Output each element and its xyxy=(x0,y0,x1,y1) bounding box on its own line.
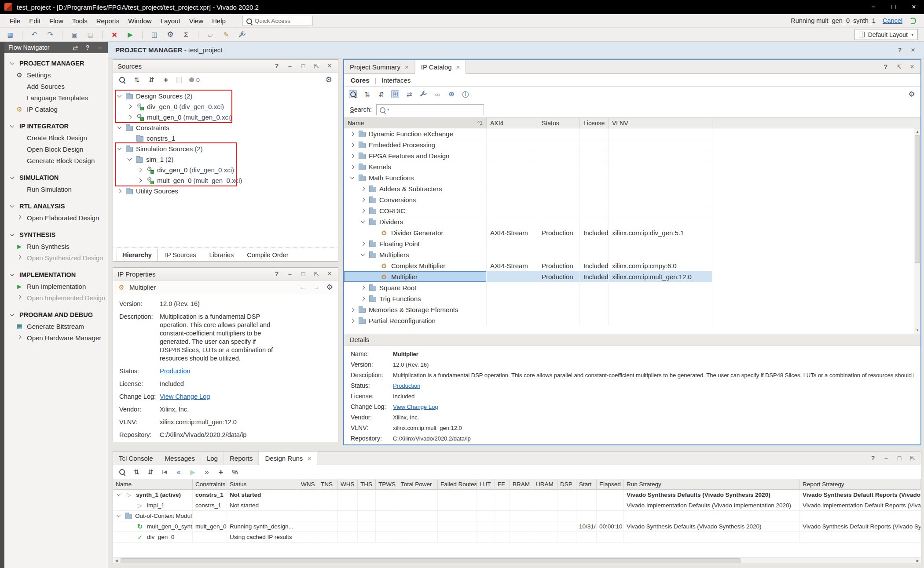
source-sim-1[interactable]: sim_1 (2) xyxy=(113,154,338,164)
collapse-all-icon[interactable]: ⇅ xyxy=(133,76,141,84)
bottom-tab-reports[interactable]: Reports xyxy=(224,451,259,465)
column-header-failed-routes[interactable]: Failed Routes xyxy=(438,479,477,489)
collapse-icon[interactable] xyxy=(10,232,15,236)
bottom-tab-design-runs[interactable]: Design Runs× xyxy=(259,451,317,465)
nav-item-generate-block-design[interactable]: Generate Block Design xyxy=(4,155,108,166)
link-icon[interactable]: ∞ xyxy=(433,90,441,98)
expand-all-icon[interactable]: ⇵ xyxy=(147,76,155,84)
step-back-icon[interactable]: « xyxy=(175,468,183,476)
collapse-icon[interactable] xyxy=(10,123,15,127)
maximize-icon[interactable]: □ xyxy=(299,62,307,70)
add-icon[interactable]: + xyxy=(217,468,225,476)
nav-item-language-templates[interactable]: Language Templates xyxy=(4,92,108,103)
info-icon[interactable]: ⓘ xyxy=(462,90,469,98)
help-icon[interactable]: ? xyxy=(273,270,281,278)
save-icon[interactable]: ▦ xyxy=(6,31,14,39)
column-header-tns[interactable]: TNS xyxy=(318,479,338,489)
expand-icon[interactable] xyxy=(117,189,122,193)
collapse-all-icon[interactable]: ⇅ xyxy=(363,90,371,98)
expand-icon[interactable] xyxy=(138,167,142,172)
column-header-whs[interactable]: WHS xyxy=(338,479,358,489)
catalog-row-fpga-features-and-design[interactable]: FPGA Features and Design xyxy=(344,150,712,161)
catalog-row-math-functions[interactable]: Math Functions xyxy=(344,172,712,183)
nav-item-open-elaborated-design[interactable]: Open Elaborated Design xyxy=(4,212,108,223)
expand-icon[interactable] xyxy=(128,104,132,109)
column-header-bram[interactable]: BRAM xyxy=(510,479,533,489)
catalog-row-conversions[interactable]: Conversions xyxy=(344,194,712,205)
horizontal-scrollbar[interactable] xyxy=(113,557,921,564)
catalog-row-memories-storage-elements[interactable]: Memories & Storage Elements xyxy=(344,304,712,315)
field-value[interactable]: View Change Log xyxy=(160,393,210,401)
menu-help[interactable]: Help xyxy=(208,15,230,27)
tab-project-summary[interactable]: Project Summary× xyxy=(344,60,415,73)
column-header-ff[interactable]: FF xyxy=(495,479,510,489)
customize-icon[interactable] xyxy=(419,90,427,98)
nav-item-run-simulation[interactable]: Run Simulation xyxy=(4,183,108,195)
swap-icon[interactable]: ⇄ xyxy=(405,90,413,98)
expand-icon[interactable] xyxy=(17,295,22,299)
collapse-icon[interactable] xyxy=(117,513,121,517)
quick-access-box[interactable] xyxy=(242,16,313,26)
search-icon[interactable] xyxy=(118,76,126,84)
nav-item-open-block-design[interactable]: Open Block Design xyxy=(4,143,108,155)
percent-icon[interactable]: % xyxy=(231,468,239,476)
menu-view[interactable]: View xyxy=(185,15,208,27)
catalog-row-partial-reconfiguration[interactable]: Partial Reconfiguration xyxy=(344,315,712,326)
nav-section-header-simulation[interactable]: SIMULATION xyxy=(4,172,108,183)
redo-icon[interactable]: ↷ xyxy=(46,31,54,39)
column-header-name[interactable]: Name xyxy=(113,479,193,489)
catalog-row-dividers[interactable]: Dividers xyxy=(344,216,712,227)
scrollbar-track[interactable] xyxy=(120,558,914,564)
nav-item-open-hardware-manager[interactable]: Open Hardware Manager xyxy=(4,332,108,343)
source-mult-gen-0[interactable]: mult_gen_0 (mult_gen_0.xci) xyxy=(113,175,338,186)
quick-access-input[interactable] xyxy=(255,18,310,24)
collapse-icon[interactable] xyxy=(10,312,15,316)
column-header-wns[interactable]: WNS xyxy=(298,479,318,489)
menu-flow[interactable]: Flow xyxy=(45,15,68,27)
column-header-run-strategy[interactable]: Run Strategy xyxy=(624,479,800,489)
minimize-icon[interactable]: − xyxy=(286,62,294,70)
expand-icon[interactable] xyxy=(361,197,365,202)
help-icon[interactable]: ? xyxy=(84,44,92,51)
search-icon[interactable] xyxy=(118,468,126,476)
float-icon[interactable]: ⇱ xyxy=(312,62,320,70)
bottom-tab-tcl-console[interactable]: Tcl Console xyxy=(113,451,159,465)
help-icon[interactable]: ? xyxy=(273,62,281,70)
expand-icon[interactable] xyxy=(361,241,365,246)
sources-tab-libraries[interactable]: Libraries xyxy=(204,249,240,261)
menu-tools[interactable]: Tools xyxy=(68,15,92,27)
expand-icon[interactable] xyxy=(350,164,355,169)
collapse-icon[interactable] xyxy=(350,175,355,179)
collapse-icon[interactable] xyxy=(10,203,15,208)
field-value[interactable]: Production xyxy=(393,382,420,390)
nav-item-ip-catalog[interactable]: ⚙IP Catalog xyxy=(4,103,108,115)
add-icon[interactable]: + xyxy=(162,76,170,84)
catalog-row-multiplier[interactable]: ⚙MultiplierProductionIncludedxilinx.com:… xyxy=(344,271,712,282)
nav-item-generate-bitstream[interactable]: ▦Generate Bitstream xyxy=(4,320,108,332)
catalog-row-floating-point[interactable]: Floating Point xyxy=(344,238,712,249)
catalog-row-trig-functions[interactable]: Trig Functions xyxy=(344,293,712,304)
run-row-impl-1[interactable]: ▷impl_1constrs_1Not startedVivado Implem… xyxy=(113,500,921,511)
nav-item-run-implementation[interactable]: ▶Run Implementation xyxy=(4,280,108,292)
help-icon[interactable]: ? xyxy=(882,63,890,71)
expand-icon[interactable] xyxy=(350,142,355,147)
ip-search-box[interactable]: ▾ xyxy=(376,104,484,115)
edit-icon[interactable]: ✎ xyxy=(222,31,230,39)
menu-layout[interactable]: Layout xyxy=(156,15,185,27)
scroll-right-icon[interactable] xyxy=(914,557,921,564)
expand-all-icon[interactable]: ⇵ xyxy=(147,468,154,476)
catalog-row-embedded-processing[interactable]: Embedded Processing xyxy=(344,139,712,150)
catalog-row-square-root[interactable]: Square Root xyxy=(344,282,712,293)
expand-icon[interactable] xyxy=(17,335,22,339)
sum-icon[interactable]: Σ xyxy=(182,31,190,39)
column-header-license[interactable]: License xyxy=(580,118,609,128)
scroll-up-icon[interactable] xyxy=(914,128,920,135)
collapse-icon[interactable] xyxy=(10,60,15,65)
maximize-icon[interactable]: □ xyxy=(299,270,307,278)
back-nav-icon[interactable]: ← xyxy=(299,283,307,291)
menu-window[interactable]: Window xyxy=(124,15,156,27)
settings-icon[interactable]: ⚙ xyxy=(325,76,333,84)
nav-section-header-rtl-analysis[interactable]: RTL ANALYSIS xyxy=(4,200,108,212)
subtab-interfaces[interactable]: Interfaces xyxy=(381,76,411,84)
column-header-vlnv[interactable]: VLNV xyxy=(609,118,712,128)
